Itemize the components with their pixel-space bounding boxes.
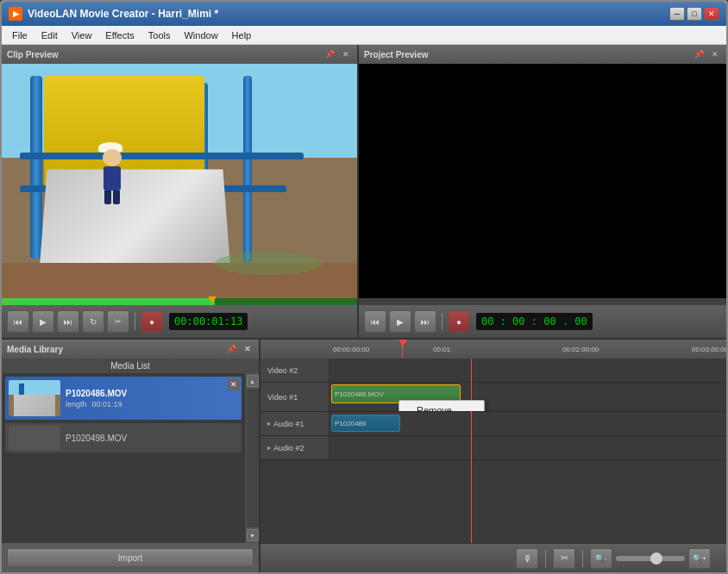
proj-forward-btn[interactable]: ⏭ — [414, 310, 436, 333]
pole-far-right-decoration — [243, 76, 252, 264]
window-controls: ─ □ ✕ — [669, 7, 719, 21]
clip-cut-btn[interactable]: ✂ — [107, 310, 129, 333]
track-content-video1[interactable]: P1020486.MOV Remove Mute Unlink Set colo… — [329, 383, 726, 411]
track-content-audio2[interactable] — [329, 436, 726, 459]
proj-time-display: 00 : 00 : 00 . 00 — [476, 313, 593, 330]
toolbar-sep-2 — [582, 550, 583, 567]
clip-record-btn[interactable]: ● — [141, 310, 163, 333]
child-figure — [101, 142, 122, 204]
toolbar-sep-1 — [545, 550, 546, 567]
track-label-audio1: ▸ Audio #1 — [260, 412, 329, 435]
audio1-clip[interactable]: P1020486 — [331, 415, 400, 432]
project-preview-controls: 📌 ✕ — [692, 49, 721, 59]
seek-marker — [208, 296, 217, 303]
track-row-video1: Video #1 P1020486.MOV Remove Mute Unlink — [260, 383, 726, 412]
media-item-2[interactable]: P1020498.MOV — [5, 423, 242, 452]
scroll-track[interactable] — [247, 389, 259, 527]
timeline-area: 00:00:00:00 00:01: 00:02:00:00 00:03:00:… — [260, 340, 726, 572]
project-transport-bar: ⏮ ▶ ⏭ ● 00 : 00 : 00 . 00 — [359, 305, 726, 338]
menu-tools[interactable]: Tools — [141, 28, 178, 42]
blue-bar-1 — [20, 153, 304, 159]
ruler-label-0: 00:00:00:00 — [333, 346, 369, 353]
title-bar: ▶ VideoLAN Movie Creator - Harri_Mimi * … — [2, 2, 726, 26]
clip-loop-btn[interactable]: ↻ — [82, 310, 104, 333]
clip-play-btn[interactable]: ▶ — [32, 310, 54, 333]
cut-btn[interactable]: ✂ — [553, 548, 575, 569]
proj-rewind-btn[interactable]: ⏮ — [364, 310, 386, 333]
window-title: VideoLAN Movie Creator - Harri_Mimi * — [28, 8, 669, 20]
clip-rewind-btn[interactable]: ⏮ — [7, 310, 29, 333]
media-library-pin[interactable]: 📌 — [224, 344, 239, 354]
child-body — [104, 166, 121, 190]
project-preview-title: Project Preview — [364, 50, 428, 59]
menu-edit[interactable]: Edit — [35, 28, 65, 42]
zoom-in-btn[interactable]: 🔍+ — [688, 548, 711, 569]
track-content-video2[interactable] — [329, 359, 726, 382]
project-preview-panel: Project Preview 📌 ✕ ⏮ ▶ ⏭ ● 00 : 00 : — [359, 45, 726, 338]
main-content: Clip Preview 📌 ✕ — [2, 45, 726, 572]
mic-btn[interactable]: 🎙 — [516, 548, 538, 569]
menu-window[interactable]: Window — [177, 28, 224, 42]
audio1-clip-label: P1020486 — [335, 420, 366, 427]
clip-preview-panel: Clip Preview 📌 ✕ — [2, 45, 359, 338]
clip-preview-controls: 📌 ✕ — [323, 49, 352, 59]
video1-clip-label: P1020486.MOV — [335, 390, 384, 398]
clip-preview-title: Clip Preview — [7, 50, 58, 59]
minimize-button[interactable]: ─ — [669, 7, 685, 21]
proj-record-btn[interactable]: ● — [448, 310, 470, 333]
media-item-2-info: P1020498.MOV — [66, 434, 238, 443]
track-label-video2-text: Video #2 — [267, 366, 298, 375]
media-library-header: Media Library 📌 ✕ — [2, 340, 259, 359]
maximize-button[interactable]: □ — [687, 7, 702, 21]
clip-seek-bar[interactable] — [2, 298, 357, 305]
length-value: 00:01:19 — [92, 400, 122, 409]
clip-transport-bar: ⏮ ▶ ⏭ ↻ ✂ ● 00:00:01:13 — [2, 305, 357, 338]
clip-video-area — [2, 64, 357, 298]
menu-bar: File Edit View Effects Tools Window Help — [2, 26, 726, 45]
ruler-label-1: 00:01: — [433, 346, 452, 353]
track-content-audio1[interactable]: P1020486 — [329, 412, 726, 435]
media-library-close[interactable]: ✕ — [242, 344, 254, 354]
track-label-audio2: ▸ Audio #2 — [260, 436, 329, 459]
pole-decoration — [30, 76, 42, 259]
menu-file[interactable]: File — [5, 28, 35, 42]
track-label-video2: Video #2 — [260, 359, 329, 382]
media-thumb-1 — [9, 380, 60, 416]
project-preview-close[interactable]: ✕ — [709, 49, 721, 59]
clip-preview-header: Clip Preview 📌 ✕ — [2, 45, 357, 64]
media-item-2-filename: P1020498.MOV — [66, 434, 238, 443]
media-item-1-remove[interactable]: ✕ — [228, 378, 240, 390]
media-library-header-controls: 📌 ✕ — [224, 344, 254, 354]
clip-forward-btn[interactable]: ⏭ — [57, 310, 79, 333]
timeline-ruler: 00:00:00:00 00:01: 00:02:00:00 00:03:00:… — [260, 340, 726, 359]
menu-help[interactable]: Help — [225, 28, 259, 42]
playground-image — [2, 64, 357, 298]
clip-preview-pin[interactable]: 📌 — [323, 49, 337, 59]
context-remove[interactable]: Remove — [399, 401, 484, 411]
zoom-thumb[interactable] — [650, 552, 662, 565]
close-button[interactable]: ✕ — [704, 7, 719, 21]
track-label-video1: Video #1 — [260, 383, 329, 411]
media-item-1-info: P1020486.MOV length 00:01:19 — [66, 389, 238, 409]
scroll-down-btn[interactable]: ▼ — [247, 529, 259, 541]
media-item-1[interactable]: P1020486.MOV length 00:01:19 ✕ — [5, 377, 242, 420]
import-btn-area: Import — [2, 543, 259, 572]
thumb-inner-1 — [9, 380, 60, 416]
zoom-out-btn[interactable]: 🔍- — [590, 548, 612, 569]
transport-sep-1 — [135, 313, 135, 330]
audio2-arrow: ▸ — [267, 444, 271, 452]
project-seek-bar[interactable] — [359, 298, 726, 305]
proj-play-btn[interactable]: ▶ — [389, 310, 411, 333]
timeline-playhead-ruler — [402, 340, 403, 359]
thumb-slide-1 — [14, 395, 55, 416]
import-button[interactable]: Import — [7, 548, 254, 567]
project-preview-pin[interactable]: 📌 — [692, 49, 706, 59]
clip-preview-close[interactable]: ✕ — [340, 49, 352, 59]
context-menu: Remove Mute Unlink Set color — [399, 400, 485, 411]
scroll-up-btn[interactable]: ▲ — [247, 375, 259, 387]
child-head — [103, 149, 122, 166]
zoom-slider[interactable] — [616, 556, 685, 561]
menu-view[interactable]: View — [65, 28, 99, 42]
track-label-video1-text: Video #1 — [267, 393, 298, 402]
menu-effects[interactable]: Effects — [98, 28, 141, 42]
